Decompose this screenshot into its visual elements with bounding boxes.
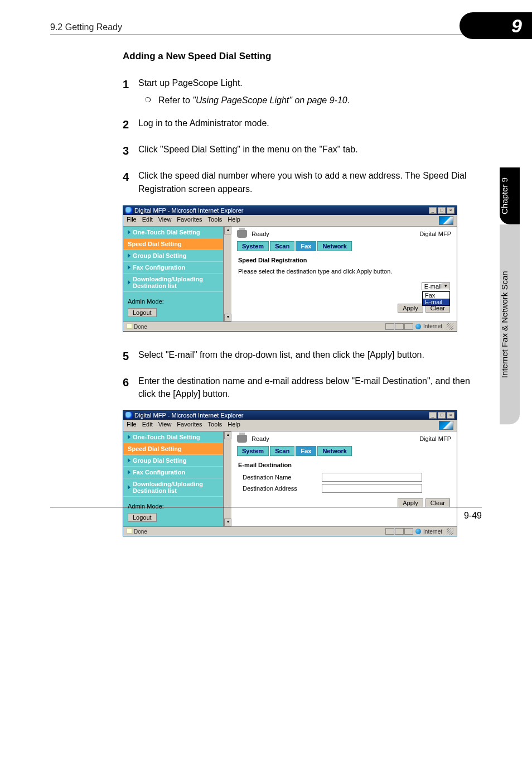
arrow-icon xyxy=(128,253,130,258)
page-number: 9-49 xyxy=(50,507,482,521)
arrow-icon xyxy=(128,230,130,234)
window-title: Digital MFP - Microsoft Internet Explore… xyxy=(134,207,243,214)
close-button[interactable]: × xyxy=(447,412,454,419)
ie-throbber-icon xyxy=(439,421,453,430)
sidebar-scrollbar[interactable]: ▴ ▾ xyxy=(224,227,231,322)
internet-zone-icon xyxy=(415,324,421,329)
resize-grip-icon[interactable] xyxy=(447,528,453,535)
sub-suffix: . xyxy=(347,95,350,105)
menu-view[interactable]: View xyxy=(158,216,172,225)
sidebar-item-speed-dial[interactable]: Speed Dial Setting xyxy=(123,238,223,250)
menu-file[interactable]: File xyxy=(127,216,137,225)
section-heading: Adding a New Speed Dial Setting xyxy=(123,51,482,62)
close-button[interactable]: × xyxy=(447,207,454,214)
window-title: Digital MFP - Microsoft Internet Explore… xyxy=(134,412,243,419)
destination-type-dropdown[interactable]: Fax E-mail xyxy=(422,291,450,306)
statusbar-done: Done xyxy=(127,528,147,535)
maximize-button[interactable]: □ xyxy=(438,207,446,214)
arrow-icon xyxy=(128,458,130,463)
tab-scan[interactable]: Scan xyxy=(270,446,294,456)
brand-label: Digital MFP xyxy=(419,435,451,442)
panel-instruction: Please select the destination type and c… xyxy=(238,268,450,275)
sidebar-item-download-upload[interactable]: Downloading/Uploading Destination list xyxy=(123,478,223,497)
window-titlebar: Digital MFP - Microsoft Internet Explore… xyxy=(123,206,457,215)
apply-button[interactable]: Apply xyxy=(398,304,423,313)
sidebar-item-speed-dial[interactable]: Speed Dial Setting xyxy=(123,443,223,455)
minimize-button[interactable]: _ xyxy=(429,207,437,214)
bullet-icon: ❍ xyxy=(145,94,158,107)
scroll-up-icon[interactable]: ▴ xyxy=(224,431,231,439)
destination-name-label: Destination Name xyxy=(238,474,322,481)
arrow-icon xyxy=(128,485,130,490)
panel-title: E-mail Destination xyxy=(238,462,450,468)
sidebar-label: Fax Configuration xyxy=(133,264,185,271)
sidebar-item-group-dial[interactable]: Group Dial Setting xyxy=(123,455,223,467)
window-titlebar: Digital MFP - Microsoft Internet Explore… xyxy=(123,411,457,420)
sidebar-item-one-touch[interactable]: One-Touch Dial Setting xyxy=(123,227,223,238)
statusbar-done: Done xyxy=(127,323,147,330)
tab-fax[interactable]: Fax xyxy=(296,446,316,456)
side-vertical-tab: Chapter 9 Internet Fax & Network Scan xyxy=(500,167,520,424)
menu-favorites[interactable]: Favorites xyxy=(177,216,202,225)
tab-network[interactable]: Network xyxy=(317,446,351,456)
step-text: Select "E-mail" from the drop-down list,… xyxy=(138,348,482,364)
nav-sidebar: One-Touch Dial Setting Speed Dial Settin… xyxy=(123,227,224,322)
sidebar-item-group-dial[interactable]: Group Dial Setting xyxy=(123,250,223,262)
menu-favorites[interactable]: Favorites xyxy=(177,421,202,430)
destination-name-input[interactable] xyxy=(322,473,422,482)
step-number: 4 xyxy=(123,169,138,195)
sidebar-item-download-upload[interactable]: Downloading/Uploading Destination list xyxy=(123,274,223,292)
option-email[interactable]: E-mail xyxy=(423,299,449,305)
resize-grip-icon[interactable] xyxy=(447,323,453,330)
menu-tools[interactable]: Tools xyxy=(208,216,223,225)
page-icon xyxy=(127,528,132,534)
step-number: 2 xyxy=(123,117,138,133)
apply-button[interactable]: Apply xyxy=(398,498,423,507)
menu-help[interactable]: Help xyxy=(228,216,240,225)
sidebar-label: Speed Dial Setting xyxy=(128,445,182,452)
step-4: 4 Click the speed dial number where you … xyxy=(123,169,482,195)
scroll-up-icon[interactable]: ▴ xyxy=(224,227,231,234)
sidebar-label: Group Dial Setting xyxy=(133,252,187,259)
logout-button[interactable]: Logout xyxy=(128,308,157,317)
menubar: File Edit View Favorites Tools Help xyxy=(123,420,457,431)
menu-help[interactable]: Help xyxy=(228,421,240,430)
tab-fax[interactable]: Fax xyxy=(296,241,316,251)
statusbar-zone: Internet xyxy=(423,323,442,329)
menu-tools[interactable]: Tools xyxy=(208,421,223,430)
option-fax[interactable]: Fax xyxy=(423,292,449,299)
sidebar-item-fax-config[interactable]: Fax Configuration xyxy=(123,467,223,478)
sub-prefix: Refer to xyxy=(158,95,192,105)
step-text: Log in to the Administrator mode. xyxy=(138,117,482,133)
sidebar-item-one-touch[interactable]: One-Touch Dial Setting xyxy=(123,431,223,443)
page-reference: "Using PageScope Light" on page 9-10 xyxy=(192,95,347,105)
minimize-button[interactable]: _ xyxy=(429,412,437,419)
running-header: 9.2 Getting Ready xyxy=(50,22,122,32)
page-icon xyxy=(127,323,132,329)
tab-system[interactable]: System xyxy=(237,241,269,251)
tab-scan[interactable]: Scan xyxy=(270,241,294,251)
clear-button[interactable]: Clear xyxy=(425,498,450,507)
destination-type-select[interactable]: E-mail xyxy=(422,282,450,290)
maximize-button[interactable]: □ xyxy=(438,412,446,419)
statusbar-zone: Internet xyxy=(423,529,442,535)
printer-icon xyxy=(237,230,247,238)
sidebar-item-fax-config[interactable]: Fax Configuration xyxy=(123,262,223,274)
step-number: 5 xyxy=(123,348,138,364)
menu-edit[interactable]: Edit xyxy=(142,421,153,430)
scroll-down-icon[interactable]: ▾ xyxy=(224,314,231,322)
sidebar-label: Downloading/Uploading Destination list xyxy=(133,481,219,494)
tab-network[interactable]: Network xyxy=(317,241,351,251)
menu-edit[interactable]: Edit xyxy=(142,216,153,225)
tab-system[interactable]: System xyxy=(237,446,269,456)
menubar: File Edit View Favorites Tools Help xyxy=(123,215,457,227)
ie-icon xyxy=(125,207,132,214)
step-text: Start up PageScope Light. xyxy=(138,78,243,88)
menu-file[interactable]: File xyxy=(127,421,137,430)
sidebar-label: Speed Dial Setting xyxy=(128,241,182,247)
menu-view[interactable]: View xyxy=(158,421,172,430)
arrow-icon xyxy=(128,280,130,285)
destination-address-input[interactable] xyxy=(322,484,422,493)
printer-icon xyxy=(237,435,247,443)
step-number: 1 xyxy=(123,76,138,107)
